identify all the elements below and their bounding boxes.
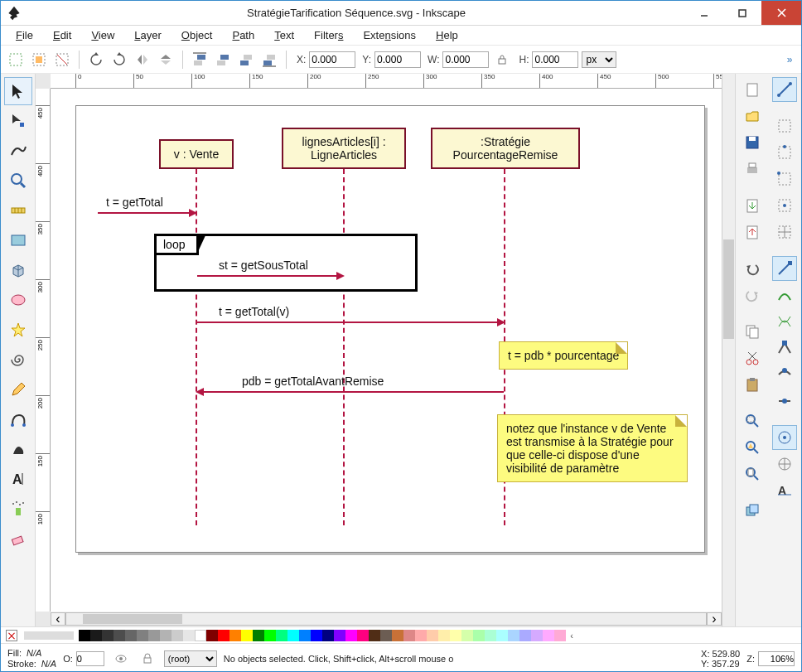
swatch[interactable] xyxy=(311,630,322,641)
swatch[interactable] xyxy=(345,630,357,641)
rotate-cw-button[interactable] xyxy=(109,50,129,70)
x-input[interactable] xyxy=(309,51,355,68)
ruler-vertical[interactable]: 450 400 350 300 250 200 150 100 xyxy=(36,89,51,612)
swatch[interactable] xyxy=(218,630,229,641)
swatch[interactable] xyxy=(519,630,531,641)
zoom-page-button[interactable] xyxy=(740,462,765,486)
tool-text[interactable]: A xyxy=(4,465,32,493)
w-input[interactable] xyxy=(442,51,489,68)
swatch[interactable] xyxy=(137,630,148,641)
unit-select[interactable]: px xyxy=(582,51,616,68)
snap-rotation-center-button[interactable] xyxy=(772,452,797,476)
raise-button[interactable] xyxy=(213,50,233,70)
snap-node-button[interactable] xyxy=(772,256,797,281)
swatch[interactable] xyxy=(287,630,299,641)
snap-enable-button[interactable] xyxy=(772,77,797,102)
note-calc[interactable]: t = pdb * pourcentage xyxy=(499,341,628,370)
snap-bbox-button[interactable] xyxy=(772,114,797,138)
palette-scroll[interactable] xyxy=(24,631,74,640)
swatch[interactable] xyxy=(125,630,137,641)
diagram-box-vente[interactable]: v : Vente xyxy=(159,139,234,169)
tool-3dbox[interactable] xyxy=(4,256,32,284)
swatch[interactable] xyxy=(195,630,206,641)
snap-text-baseline-button[interactable]: A xyxy=(772,478,797,503)
lower-button[interactable] xyxy=(236,50,256,70)
deselect-button[interactable] xyxy=(52,50,72,70)
y-input[interactable] xyxy=(374,51,421,68)
swatch[interactable] xyxy=(380,630,392,641)
palette-menu-button[interactable]: ‹ xyxy=(566,630,577,641)
tool-selector[interactable] xyxy=(4,77,32,105)
menu-help[interactable]: Help xyxy=(429,27,465,43)
ruler-horizontal[interactable]: 0 50 100 150 200 250 300 350 400 450 500… xyxy=(51,74,722,89)
swatch[interactable] xyxy=(450,630,461,641)
snap-bbox-edge-button[interactable] xyxy=(772,140,797,165)
print-button[interactable] xyxy=(740,157,765,181)
snap-object-center-button[interactable] xyxy=(772,425,797,450)
tool-tweak[interactable] xyxy=(4,137,32,165)
lock-aspect-button[interactable] xyxy=(492,50,512,70)
snap-center-button[interactable] xyxy=(772,220,797,244)
flip-h-button[interactable] xyxy=(133,50,152,70)
swatch[interactable] xyxy=(357,630,369,641)
swatch[interactable] xyxy=(485,630,496,641)
swatch[interactable] xyxy=(241,630,253,641)
swatch[interactable] xyxy=(392,630,403,641)
swatch[interactable] xyxy=(554,630,566,641)
swatch[interactable] xyxy=(183,630,195,641)
redo-button[interactable] xyxy=(740,283,765,307)
tool-calligraphy[interactable] xyxy=(4,435,32,463)
scroll-left-button[interactable]: ‹ xyxy=(51,612,65,626)
lower-bottom-button[interactable] xyxy=(259,50,279,70)
snap-path-button[interactable] xyxy=(772,283,797,307)
swatch[interactable] xyxy=(496,630,508,641)
tool-star[interactable] xyxy=(4,316,32,344)
tool-node-edit[interactable] xyxy=(4,107,32,135)
menu-layer[interactable]: Layer xyxy=(128,27,168,43)
layer-select[interactable]: (root) xyxy=(164,650,217,667)
swatch[interactable] xyxy=(276,630,287,641)
menu-view[interactable]: View xyxy=(85,27,121,43)
swatch[interactable] xyxy=(90,630,102,641)
layer-visibility-button[interactable] xyxy=(111,649,131,669)
swatch[interactable] xyxy=(473,630,485,641)
tool-rectangle[interactable] xyxy=(4,226,32,254)
snap-smooth-button[interactable] xyxy=(772,362,797,387)
open-doc-button[interactable] xyxy=(740,104,765,128)
snap-cusp-button[interactable] xyxy=(772,336,797,360)
snap-intersection-button[interactable] xyxy=(772,309,797,334)
scroll-thumb-v[interactable] xyxy=(723,239,734,339)
swatch[interactable] xyxy=(415,630,427,641)
diagram-box-strategie[interactable]: :Stratégie PourcentageRemise xyxy=(431,128,580,169)
window-minimize-button[interactable] xyxy=(685,1,723,25)
layer-lock-button[interactable] xyxy=(138,649,157,669)
swatch[interactable] xyxy=(427,630,438,641)
scroll-track-h[interactable] xyxy=(65,612,707,626)
tool-ellipse[interactable] xyxy=(4,286,32,314)
undo-button[interactable] xyxy=(740,256,765,281)
swatch[interactable] xyxy=(172,630,183,641)
swatch[interactable] xyxy=(253,630,264,641)
paste-button[interactable] xyxy=(740,372,765,397)
swatch[interactable] xyxy=(334,630,345,641)
tool-bezier[interactable] xyxy=(4,405,32,433)
menu-path[interactable]: Path xyxy=(225,27,261,43)
save-doc-button[interactable] xyxy=(740,130,765,155)
menu-filters[interactable]: Filters xyxy=(307,27,350,43)
copy-button[interactable] xyxy=(740,319,765,344)
fill-stroke-indicator[interactable]: Fill:N/A Stroke:N/A xyxy=(7,648,56,670)
snap-bbox-corner-button[interactable] xyxy=(772,167,797,191)
duplicate-button[interactable] xyxy=(740,498,765,523)
menu-extensions[interactable]: Extensions xyxy=(356,27,423,43)
zoom-input[interactable] xyxy=(758,651,795,666)
diagram-box-lignes[interactable]: lignesArticles[i] : LigneArticles xyxy=(282,128,406,169)
zoom-selection-button[interactable] xyxy=(740,409,765,433)
select-all-button[interactable] xyxy=(29,50,49,70)
swatch[interactable] xyxy=(114,630,125,641)
horizontal-scrollbar[interactable]: ‹ › xyxy=(51,612,722,626)
zoom-drawing-button[interactable] xyxy=(740,435,765,460)
scroll-right-button[interactable]: › xyxy=(707,612,722,626)
swatch[interactable] xyxy=(160,630,172,641)
snap-edge-midpoint-button[interactable] xyxy=(772,193,797,218)
window-maximize-button[interactable] xyxy=(723,1,761,25)
